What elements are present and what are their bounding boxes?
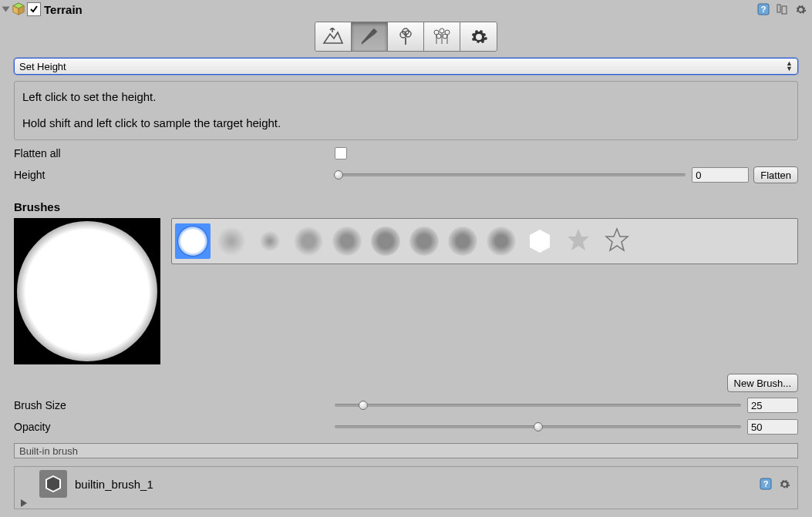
asset-name: builtin_brush_1 bbox=[75, 478, 153, 491]
brush-thumb-11[interactable] bbox=[599, 223, 635, 259]
flatten-all-row: Flatten all bbox=[14, 145, 798, 162]
height-label: Height bbox=[14, 169, 335, 181]
brush-picker bbox=[171, 218, 798, 264]
brush-area bbox=[14, 218, 798, 364]
flatten-all-label: Flatten all bbox=[14, 147, 335, 159]
svg-marker-21 bbox=[568, 229, 589, 250]
help-line-1: Left click to set the height. bbox=[22, 89, 790, 105]
brush-thumb-3[interactable] bbox=[291, 223, 326, 259]
brush-thumb-10[interactable] bbox=[561, 223, 596, 259]
asset-unity-icon bbox=[39, 470, 67, 498]
brush-size-slider[interactable] bbox=[335, 404, 741, 407]
dropdown-arrows-icon: ▲▼ bbox=[786, 61, 793, 72]
brush-size-label: Brush Size bbox=[14, 399, 335, 411]
height-row: Height 0 Flatten bbox=[14, 166, 798, 183]
height-slider-thumb[interactable] bbox=[334, 170, 343, 180]
tool-settings[interactable] bbox=[460, 22, 497, 51]
opacity-row: Opacity 50 bbox=[14, 418, 798, 435]
brush-thumb-5[interactable] bbox=[368, 223, 403, 259]
brush-size-row: Brush Size 25 bbox=[14, 397, 798, 414]
brush-thumb-8[interactable] bbox=[483, 223, 519, 259]
brush-info-label: Built-in brush bbox=[14, 443, 798, 458]
brush-thumb-7[interactable] bbox=[445, 223, 480, 259]
component-title: Terrain bbox=[44, 3, 83, 16]
foldout-icon[interactable] bbox=[2, 7, 10, 12]
svg-point-15 bbox=[436, 34, 441, 39]
opacity-field[interactable]: 50 bbox=[747, 419, 798, 435]
height-field[interactable]: 0 bbox=[692, 167, 749, 183]
svg-text:?: ? bbox=[761, 5, 767, 14]
gear-icon[interactable] bbox=[793, 2, 807, 16]
help-icon[interactable]: ? bbox=[756, 2, 770, 16]
new-brush-button[interactable]: New Brush... bbox=[727, 374, 798, 392]
tool-mode-value: Set Height bbox=[19, 61, 66, 72]
opacity-label: Opacity bbox=[14, 421, 335, 433]
asset-help-icon[interactable]: ? bbox=[759, 477, 773, 491]
brush-size-field[interactable]: 25 bbox=[747, 398, 798, 413]
tool-paint-texture[interactable] bbox=[352, 22, 388, 51]
brush-preview bbox=[14, 218, 160, 364]
help-box: Left click to set the height. Hold shift… bbox=[14, 81, 798, 140]
brush-preview-shape bbox=[17, 221, 157, 361]
brush-thumb-0[interactable] bbox=[175, 223, 211, 259]
flatten-button[interactable]: Flatten bbox=[753, 166, 798, 183]
svg-text:?: ? bbox=[763, 479, 769, 488]
brush-thumb-1[interactable] bbox=[214, 223, 249, 259]
doc-icon[interactable] bbox=[775, 2, 789, 16]
brush-thumb-6[interactable] bbox=[406, 223, 442, 259]
height-slider[interactable] bbox=[335, 173, 686, 176]
opacity-slider[interactable] bbox=[335, 425, 741, 428]
component-header: Terrain ? bbox=[0, 0, 812, 18]
help-line-2: Hold shift and left click to sample the … bbox=[22, 116, 790, 131]
terrain-cube-icon bbox=[12, 2, 25, 16]
brush-thumb-9[interactable] bbox=[522, 223, 558, 259]
svg-marker-22 bbox=[606, 229, 628, 250]
tool-paint-details[interactable] bbox=[424, 22, 460, 51]
brush-thumb-4[interactable] bbox=[329, 223, 365, 259]
asset-gear-icon[interactable] bbox=[777, 477, 791, 491]
brush-size-thumb[interactable] bbox=[359, 401, 368, 410]
asset-expand-icon[interactable] bbox=[21, 499, 27, 507]
tool-raise-lower[interactable] bbox=[315, 22, 352, 51]
tool-plant-tree[interactable] bbox=[388, 22, 424, 51]
svg-point-13 bbox=[440, 29, 444, 33]
flatten-all-checkbox[interactable] bbox=[335, 147, 347, 159]
opacity-thumb[interactable] bbox=[534, 422, 543, 431]
svg-rect-5 bbox=[777, 5, 780, 12]
svg-rect-6 bbox=[782, 6, 787, 14]
tool-mode-dropdown[interactable]: Set Height ▲▼ bbox=[14, 58, 798, 75]
brushes-title: Brushes bbox=[14, 200, 798, 213]
svg-marker-20 bbox=[530, 230, 550, 253]
terrain-toolbar bbox=[0, 18, 812, 58]
asset-row: builtin_brush_1 ? bbox=[14, 466, 798, 509]
brush-thumb-2[interactable] bbox=[252, 223, 288, 259]
svg-point-16 bbox=[443, 34, 447, 39]
enabled-checkbox[interactable] bbox=[27, 2, 41, 16]
